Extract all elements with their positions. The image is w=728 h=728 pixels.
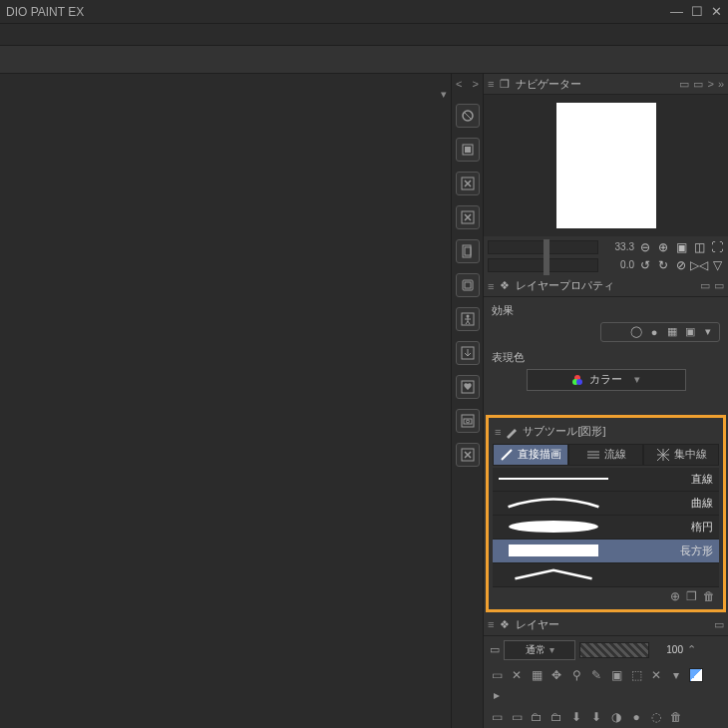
layerprop-title: レイヤープロパティ <box>516 278 614 293</box>
subtool-item-ellipse[interactable]: 楕円 <box>493 516 719 540</box>
rotate-cw-icon[interactable]: ↻ <box>656 258 670 272</box>
flip-h-icon[interactable]: ▷◁ <box>692 258 706 272</box>
ruler-icon[interactable]: ✕ <box>649 668 663 682</box>
dock-pose-icon[interactable] <box>456 307 480 331</box>
maximize-button[interactable]: ☐ <box>691 4 703 19</box>
navigator-icon: ❐ <box>500 78 510 91</box>
rotate-ccw-icon[interactable]: ↺ <box>638 258 652 272</box>
hdr-tab-icon[interactable]: ▭ <box>714 618 724 631</box>
document-tab[interactable] <box>0 58 24 62</box>
draft-layer-icon[interactable]: ✎ <box>589 668 603 682</box>
colormode-label: 表現色 <box>492 350 720 365</box>
new-folder2-icon[interactable]: 🗀 <box>549 710 563 724</box>
effect-border-icon[interactable]: ◯ <box>629 325 643 339</box>
dock-quickaccess-icon[interactable] <box>456 104 480 128</box>
opacity-value: 100 <box>653 644 683 655</box>
tab-stream-line[interactable]: 流線 <box>568 444 644 466</box>
dock-chevron-right-icon[interactable]: > <box>473 78 479 94</box>
effect-more-icon[interactable]: ▾ <box>701 325 715 339</box>
panel-menu-icon[interactable]: ≡ <box>488 618 494 630</box>
polyline-preview-icon <box>499 568 608 580</box>
subtool-duplicate-icon[interactable]: ❐ <box>686 589 697 603</box>
palette-more-icon[interactable]: ▸ <box>490 688 504 702</box>
lock-pixel-icon[interactable]: ▦ <box>530 668 544 682</box>
dock-x3-icon[interactable] <box>456 443 480 467</box>
fit-expand-icon[interactable]: ⛶ <box>710 240 724 254</box>
subtool-header: ≡ サブツール[図形] <box>493 422 719 442</box>
tab-direct-draw[interactable]: 直接描画 <box>493 444 568 466</box>
lock-all-icon[interactable]: ✕ <box>510 668 524 682</box>
dock-camera-icon[interactable] <box>456 409 480 433</box>
dock-download-icon[interactable] <box>456 341 480 365</box>
effect-fill-icon[interactable]: ● <box>647 325 661 339</box>
canvas-area[interactable]: ▾ <box>0 74 451 728</box>
hdr-tab-icon[interactable]: ▭ <box>700 279 710 292</box>
svg-point-15 <box>466 420 469 423</box>
layerprop-body: 効果 ◯ ● ▦ ▣ ▾ 表現色 カラー <box>484 297 728 409</box>
zoom-in-icon[interactable]: ⊕ <box>656 240 670 254</box>
panel-menu-icon[interactable]: ≡ <box>488 280 494 292</box>
layer-blend-icon[interactable]: ▭ <box>490 643 500 656</box>
subtool-item-straight[interactable]: 直線 <box>493 468 719 492</box>
rotate-reset-icon[interactable]: ⊘ <box>674 258 688 272</box>
colormode-select[interactable]: カラー <box>527 369 686 391</box>
subtool-item-polyline[interactable] <box>493 563 719 587</box>
ref-layer-icon[interactable]: ⚲ <box>569 668 583 682</box>
opacity-slider[interactable] <box>579 642 649 658</box>
layer-panel: ≡ ❖ レイヤー ▭ ▭ 通常 100 ⌃ ▭ ✕ ▦ ✥ ⚲ ✎ ▣ ⬚ <box>484 614 728 728</box>
clip-icon[interactable]: ▾ <box>669 668 683 682</box>
flip-v-icon[interactable]: ▽ <box>710 258 724 272</box>
svg-point-19 <box>576 379 582 385</box>
subtool-delete-icon[interactable]: 🗑 <box>703 589 715 603</box>
clear-layer-icon[interactable]: ◌ <box>649 710 663 724</box>
subtool-item-rect[interactable]: 長方形 <box>493 540 719 563</box>
dock-favorite-icon[interactable] <box>456 375 480 399</box>
lock-pos-icon[interactable]: ✥ <box>549 668 563 682</box>
new-mask-icon[interactable]: ◑ <box>609 710 623 724</box>
layer-color-swatch[interactable] <box>689 668 703 682</box>
fit-screen-icon[interactable]: ▣ <box>674 240 688 254</box>
navigator-preview[interactable] <box>484 95 728 236</box>
dock-material-icon[interactable] <box>456 138 480 162</box>
merge-down-icon[interactable]: ⬇ <box>589 710 603 724</box>
blend-mode-select[interactable]: 通常 <box>504 640 575 660</box>
hdr-tab-icon[interactable]: ▭ <box>714 279 724 292</box>
hdr-tab1-icon[interactable]: ▭ <box>679 78 689 91</box>
lock-group-icon[interactable]: ▭ <box>490 668 504 682</box>
dock-page-icon[interactable] <box>456 239 480 263</box>
hdr-more-icon[interactable]: » <box>718 78 724 91</box>
effect-icons[interactable]: ◯ ● ▦ ▣ ▾ <box>600 322 720 342</box>
dock-x1-icon[interactable] <box>456 172 480 195</box>
mask-view-icon[interactable]: ▣ <box>609 668 623 682</box>
dock-folder-icon[interactable] <box>456 273 480 297</box>
new-raster-icon[interactable]: ▭ <box>490 710 504 724</box>
mask-apply-icon[interactable]: ⬚ <box>629 668 643 682</box>
new-vector-icon[interactable]: ▭ <box>510 710 524 724</box>
new-folder-icon[interactable]: 🗀 <box>530 710 544 724</box>
panel-menu-icon[interactable]: ≡ <box>495 426 501 438</box>
canvas-dropdown-icon[interactable]: ▾ <box>441 88 447 101</box>
rotate-slider[interactable] <box>488 258 598 272</box>
hdr-chev-right-icon[interactable]: > <box>707 78 713 91</box>
straight-preview-icon <box>499 478 608 480</box>
dock-x2-icon[interactable] <box>456 205 480 229</box>
zoom-slider[interactable] <box>488 240 598 254</box>
minimize-button[interactable]: — <box>670 4 683 19</box>
hdr-tab2-icon[interactable]: ▭ <box>693 78 703 91</box>
effect-layercolor-icon[interactable]: ▣ <box>683 325 697 339</box>
subtool-add-icon[interactable]: ⊕ <box>670 589 680 603</box>
close-button[interactable]: ✕ <box>711 4 722 19</box>
effect-tone-icon[interactable]: ▦ <box>665 325 679 339</box>
apply-mask-icon[interactable]: ● <box>629 710 643 724</box>
zoom-out-icon[interactable]: ⊖ <box>638 240 652 254</box>
color-rgb-icon <box>571 374 583 386</box>
navigator-canvas <box>556 103 656 228</box>
dock-chevron-left-icon[interactable]: < <box>456 78 462 94</box>
tab-focus-line[interactable]: 集中線 <box>643 444 719 466</box>
opacity-stepper-icon[interactable]: ⌃ <box>687 643 696 656</box>
transfer-down-icon[interactable]: ⬇ <box>569 710 583 724</box>
subtool-item-curve[interactable]: 曲線 <box>493 492 719 516</box>
delete-layer-icon[interactable]: 🗑 <box>669 710 683 724</box>
fit-width-icon[interactable]: ◫ <box>692 240 706 254</box>
panel-menu-icon[interactable]: ≡ <box>488 78 494 90</box>
